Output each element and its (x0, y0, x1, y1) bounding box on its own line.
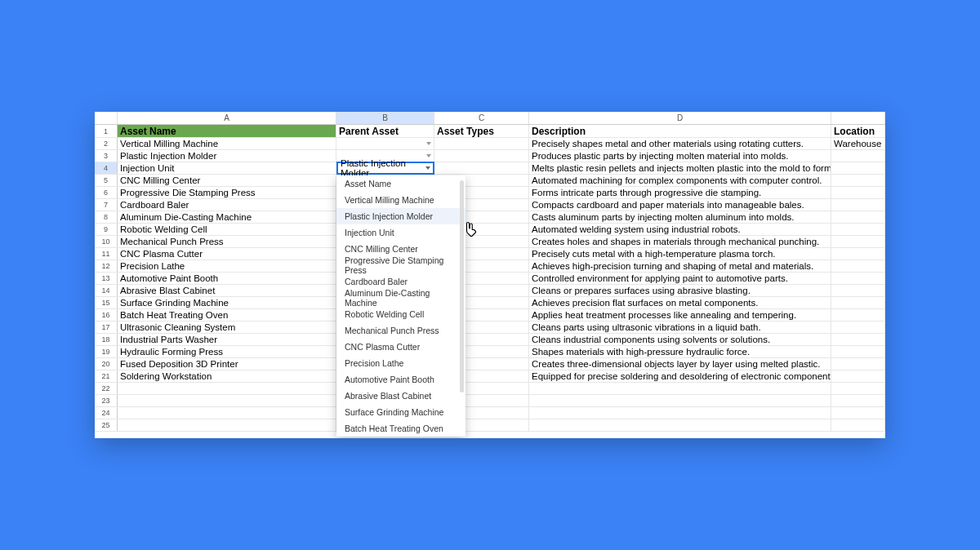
cell-description[interactable]: Shapes materials with high-pressure hydr… (529, 346, 831, 357)
cell-description[interactable]: Melts plastic resin pellets and injects … (529, 162, 831, 174)
row-number[interactable]: 25 (95, 419, 118, 431)
row-number[interactable]: 3 (95, 150, 118, 162)
cell-asset-name[interactable]: Surface Grinding Machine (118, 297, 336, 308)
cell-location[interactable] (831, 297, 885, 308)
cell-description[interactable] (529, 383, 831, 394)
cell-location[interactable] (831, 273, 885, 284)
cell-parent-asset[interactable] (336, 162, 434, 174)
cell-asset-name[interactable]: Progressive Die Stamping Press (118, 187, 336, 198)
cell-location[interactable] (831, 260, 885, 272)
cell-location[interactable] (831, 383, 885, 394)
row-number[interactable]: 13 (95, 273, 118, 284)
cell-asset-name[interactable]: Vertical Milling Machine (118, 138, 336, 149)
cell-location[interactable] (831, 187, 885, 198)
cell-location[interactable] (831, 248, 885, 259)
cell-asset-name[interactable]: Fused Deposition 3D Printer (118, 358, 336, 370)
row-number[interactable]: 11 (95, 248, 118, 259)
cell-location[interactable] (831, 236, 885, 247)
cell-location[interactable] (831, 346, 885, 357)
cell-parent-asset[interactable] (336, 150, 434, 162)
cell-asset-name[interactable] (118, 383, 336, 394)
cell-asset-name[interactable]: CNC Plasma Cutter (118, 248, 336, 259)
cell-asset-name[interactable]: Robotic Welding Cell (118, 224, 336, 235)
cell-location[interactable] (831, 370, 885, 382)
cell-location[interactable] (831, 285, 885, 296)
dropdown-option[interactable]: Aluminum Die-Casting Machine (336, 290, 466, 306)
dropdown-option[interactable]: Precision Lathe (336, 355, 466, 371)
chevron-down-icon[interactable] (426, 154, 431, 157)
cell-description[interactable]: Precisely cuts metal with a high-tempera… (529, 248, 831, 259)
cell-description[interactable]: Compacts cardboard and paper materials i… (529, 199, 831, 211)
dropdown-option[interactable]: CNC Milling Center (336, 241, 466, 257)
row-number[interactable]: 21 (95, 370, 118, 382)
cell-description[interactable] (529, 395, 831, 406)
cell-description[interactable]: Applies heat treatment processes like an… (529, 309, 831, 321)
row-number[interactable]: 2 (95, 138, 118, 149)
cell-description[interactable]: Automated welding system using industria… (529, 224, 831, 235)
dropdown-option[interactable]: Vertical Milling Machine (336, 192, 466, 208)
row-number[interactable]: 16 (95, 309, 118, 321)
row-number[interactable]: 9 (95, 224, 118, 235)
row-number[interactable]: 24 (95, 407, 118, 419)
dropdown-option[interactable]: Automotive Paint Booth (336, 371, 466, 388)
row-number[interactable]: 23 (95, 395, 118, 406)
cell-asset-name[interactable]: Cardboard Baler (118, 199, 336, 211)
cell-description[interactable]: Forms intricate parts through progressiv… (529, 187, 831, 198)
header-cell-parent-asset[interactable]: Parent Asset (336, 125, 434, 137)
dropdown-option[interactable]: Injection Unit (336, 224, 466, 241)
row-number[interactable]: 12 (95, 260, 118, 272)
row-number[interactable]: 6 (95, 187, 118, 198)
cell-parent-asset[interactable] (336, 138, 434, 149)
cell-asset-name[interactable]: CNC Milling Center (118, 175, 336, 186)
row-number[interactable]: 1 (95, 125, 118, 137)
cell-description[interactable]: Precisely shapes metal and other materia… (529, 138, 831, 149)
column-header-d[interactable]: D (529, 112, 831, 124)
cell-description[interactable]: Achieves high-precision turning and shap… (529, 260, 831, 272)
header-cell-asset-name[interactable]: Asset Name (118, 125, 336, 137)
cell-description[interactable]: Cleans industrial components using solve… (529, 334, 831, 345)
row-number[interactable]: 15 (95, 297, 118, 308)
cell-asset-types[interactable] (434, 150, 529, 162)
row-number[interactable]: 10 (95, 236, 118, 247)
cell-location[interactable]: Warehouse (831, 138, 885, 149)
cell-asset-name[interactable]: Injection Unit (118, 162, 336, 174)
cell-asset-name[interactable]: Batch Heat Treating Oven (118, 309, 336, 321)
dropdown-option[interactable]: Abrasive Blast Cabinet (336, 388, 466, 404)
cell-description[interactable]: Equipped for precise soldering and desol… (529, 370, 831, 382)
column-header-e[interactable] (831, 112, 885, 124)
cell-description[interactable]: Creates three-dimensional objects layer … (529, 358, 831, 370)
cell-location[interactable] (831, 322, 885, 333)
cell-description[interactable]: Casts aluminum parts by injecting molten… (529, 211, 831, 223)
cell-asset-name[interactable]: Hydraulic Forming Press (118, 346, 336, 357)
cell-asset-name[interactable]: Precision Lathe (118, 260, 336, 272)
row-number[interactable]: 4 (95, 162, 118, 174)
dropdown-option[interactable]: Plastic Injection Molder (336, 208, 466, 224)
dropdown-option[interactable]: Cardboard Baler (336, 273, 466, 290)
row-number[interactable]: 5 (95, 175, 118, 186)
row-number[interactable]: 14 (95, 285, 118, 296)
dropdown-option[interactable]: Mechanical Punch Press (336, 322, 466, 339)
row-number[interactable]: 19 (95, 346, 118, 357)
cell-description[interactable]: Automated machining for complex componen… (529, 175, 831, 186)
dropdown-option[interactable]: Asset Name (336, 175, 466, 192)
cell-description[interactable]: Achieves precision flat surfaces on meta… (529, 297, 831, 308)
cell-asset-name[interactable]: Ultrasonic Cleaning System (118, 322, 336, 333)
dropdown-option[interactable]: CNC Plasma Cutter (336, 339, 466, 355)
cell-description[interactable]: Cleans parts using ultrasonic vibrations… (529, 322, 831, 333)
cell-location[interactable] (831, 150, 885, 162)
row-number[interactable]: 22 (95, 383, 118, 394)
cell-location[interactable] (831, 358, 885, 370)
cell-asset-name[interactable]: Plastic Injection Molder (118, 150, 336, 162)
column-header-b[interactable]: B (336, 112, 434, 124)
data-validation-dropdown[interactable]: Asset NameVertical Milling MachinePlasti… (336, 175, 466, 437)
cell-description[interactable]: Creates holes and shapes in materials th… (529, 236, 831, 247)
column-header-a[interactable]: A (118, 112, 336, 124)
header-cell-description[interactable]: Description (529, 125, 831, 137)
row-number[interactable]: 17 (95, 322, 118, 333)
cell-asset-name[interactable]: Abrasive Blast Cabinet (118, 285, 336, 296)
cell-location[interactable] (831, 407, 885, 419)
cell-location[interactable] (831, 419, 885, 431)
cell-asset-types[interactable] (434, 138, 529, 149)
cell-asset-types[interactable] (434, 162, 529, 174)
cell-description[interactable]: Controlled environment for applying pain… (529, 273, 831, 284)
